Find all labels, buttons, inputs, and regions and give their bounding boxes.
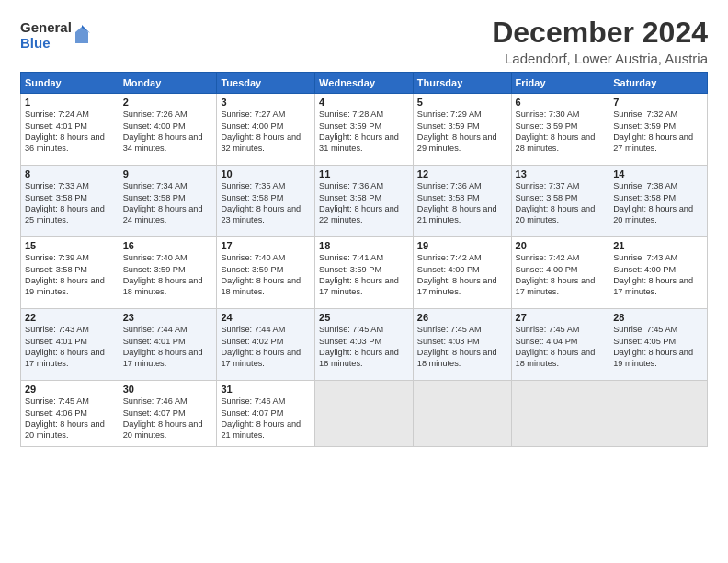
day-info: Sunrise: 7:40 AMSunset: 3:59 PMDaylight:… bbox=[123, 252, 213, 298]
header-monday: Monday bbox=[119, 73, 217, 94]
title-area: December 2024 Ladendorf, Lower Austria, … bbox=[492, 17, 708, 66]
day-number: 13 bbox=[516, 168, 606, 179]
location-title: Ladendorf, Lower Austria, Austria bbox=[492, 51, 708, 66]
logo: General Blue bbox=[20, 20, 90, 51]
calendar-cell bbox=[609, 381, 708, 447]
day-info: Sunrise: 7:46 AMSunset: 4:07 PMDaylight:… bbox=[123, 396, 213, 442]
day-number: 11 bbox=[319, 168, 409, 179]
calendar-cell: 6Sunrise: 7:30 AMSunset: 3:59 PMDaylight… bbox=[511, 94, 609, 166]
calendar-cell: 31Sunrise: 7:46 AMSunset: 4:07 PMDayligh… bbox=[217, 381, 315, 447]
day-info: Sunrise: 7:27 AMSunset: 4:00 PMDaylight:… bbox=[221, 109, 311, 155]
day-number: 31 bbox=[221, 384, 311, 395]
calendar-cell: 16Sunrise: 7:40 AMSunset: 3:59 PMDayligh… bbox=[119, 237, 217, 309]
day-number: 5 bbox=[417, 97, 507, 108]
calendar-cell bbox=[511, 381, 609, 447]
day-number: 19 bbox=[417, 240, 507, 251]
calendar-cell: 24Sunrise: 7:44 AMSunset: 4:02 PMDayligh… bbox=[217, 309, 315, 381]
day-number: 30 bbox=[123, 384, 213, 395]
calendar-cell: 8Sunrise: 7:33 AMSunset: 3:58 PMDaylight… bbox=[21, 166, 119, 237]
day-info: Sunrise: 7:43 AMSunset: 4:01 PMDaylight:… bbox=[25, 324, 115, 370]
header-sunday: Sunday bbox=[21, 73, 119, 94]
calendar-cell: 11Sunrise: 7:36 AMSunset: 3:58 PMDayligh… bbox=[315, 166, 414, 237]
calendar-cell bbox=[413, 381, 511, 447]
day-number: 7 bbox=[613, 97, 703, 108]
day-info: Sunrise: 7:45 AMSunset: 4:05 PMDaylight:… bbox=[613, 324, 703, 370]
calendar-cell: 5Sunrise: 7:29 AMSunset: 3:59 PMDaylight… bbox=[413, 94, 511, 166]
day-info: Sunrise: 7:44 AMSunset: 4:02 PMDaylight:… bbox=[221, 324, 311, 370]
calendar-cell: 18Sunrise: 7:41 AMSunset: 3:59 PMDayligh… bbox=[315, 237, 414, 309]
day-number: 12 bbox=[417, 168, 507, 179]
header: General Blue December 2024 Ladendorf, Lo… bbox=[20, 17, 708, 66]
day-info: Sunrise: 7:28 AMSunset: 3:59 PMDaylight:… bbox=[319, 109, 409, 155]
calendar-cell: 21Sunrise: 7:43 AMSunset: 4:00 PMDayligh… bbox=[609, 237, 708, 309]
day-info: Sunrise: 7:45 AMSunset: 4:03 PMDaylight:… bbox=[319, 324, 409, 370]
calendar-cell: 15Sunrise: 7:39 AMSunset: 3:58 PMDayligh… bbox=[21, 237, 119, 309]
day-number: 26 bbox=[417, 312, 507, 323]
day-info: Sunrise: 7:38 AMSunset: 3:58 PMDaylight:… bbox=[613, 180, 703, 226]
day-info: Sunrise: 7:45 AMSunset: 4:04 PMDaylight:… bbox=[516, 324, 606, 370]
calendar-cell: 26Sunrise: 7:45 AMSunset: 4:03 PMDayligh… bbox=[413, 309, 511, 381]
day-info: Sunrise: 7:29 AMSunset: 3:59 PMDaylight:… bbox=[417, 109, 507, 155]
calendar-cell: 17Sunrise: 7:40 AMSunset: 3:59 PMDayligh… bbox=[217, 237, 315, 309]
day-info: Sunrise: 7:32 AMSunset: 3:59 PMDaylight:… bbox=[613, 109, 703, 155]
day-info: Sunrise: 7:40 AMSunset: 3:59 PMDaylight:… bbox=[221, 252, 311, 298]
calendar-cell: 9Sunrise: 7:34 AMSunset: 3:58 PMDaylight… bbox=[119, 166, 217, 237]
day-number: 6 bbox=[516, 97, 606, 108]
calendar-cell: 22Sunrise: 7:43 AMSunset: 4:01 PMDayligh… bbox=[21, 309, 119, 381]
calendar-week-1: 1Sunrise: 7:24 AMSunset: 4:01 PMDaylight… bbox=[21, 94, 708, 166]
logo-blue: Blue bbox=[20, 36, 72, 52]
day-number: 8 bbox=[25, 168, 115, 179]
day-number: 22 bbox=[25, 312, 115, 323]
day-info: Sunrise: 7:34 AMSunset: 3:58 PMDaylight:… bbox=[123, 180, 213, 226]
day-info: Sunrise: 7:46 AMSunset: 4:07 PMDaylight:… bbox=[221, 396, 311, 442]
day-number: 15 bbox=[25, 240, 115, 251]
logo-icon bbox=[74, 25, 90, 45]
day-info: Sunrise: 7:45 AMSunset: 4:06 PMDaylight:… bbox=[25, 396, 115, 442]
day-info: Sunrise: 7:37 AMSunset: 3:58 PMDaylight:… bbox=[516, 180, 606, 226]
calendar-cell: 4Sunrise: 7:28 AMSunset: 3:59 PMDaylight… bbox=[315, 94, 414, 166]
header-saturday: Saturday bbox=[609, 73, 708, 94]
day-number: 2 bbox=[123, 97, 213, 108]
header-wednesday: Wednesday bbox=[315, 73, 414, 94]
calendar-cell: 29Sunrise: 7:45 AMSunset: 4:06 PMDayligh… bbox=[21, 381, 119, 447]
header-tuesday: Tuesday bbox=[217, 73, 315, 94]
day-number: 1 bbox=[25, 97, 115, 108]
day-number: 27 bbox=[516, 312, 606, 323]
day-number: 10 bbox=[221, 168, 311, 179]
page: General Blue December 2024 Ladendorf, Lo… bbox=[0, 0, 728, 563]
calendar-table: SundayMondayTuesdayWednesdayThursdayFrid… bbox=[20, 72, 708, 447]
day-info: Sunrise: 7:26 AMSunset: 4:00 PMDaylight:… bbox=[123, 109, 213, 155]
day-info: Sunrise: 7:36 AMSunset: 3:58 PMDaylight:… bbox=[319, 180, 409, 226]
day-info: Sunrise: 7:33 AMSunset: 3:58 PMDaylight:… bbox=[25, 180, 115, 226]
header-friday: Friday bbox=[511, 73, 609, 94]
day-number: 9 bbox=[123, 168, 213, 179]
calendar-cell: 23Sunrise: 7:44 AMSunset: 4:01 PMDayligh… bbox=[119, 309, 217, 381]
day-number: 18 bbox=[319, 240, 409, 251]
day-number: 16 bbox=[123, 240, 213, 251]
day-number: 21 bbox=[613, 240, 703, 251]
day-number: 28 bbox=[613, 312, 703, 323]
day-info: Sunrise: 7:44 AMSunset: 4:01 PMDaylight:… bbox=[123, 324, 213, 370]
day-info: Sunrise: 7:35 AMSunset: 3:58 PMDaylight:… bbox=[221, 180, 311, 226]
calendar-week-4: 22Sunrise: 7:43 AMSunset: 4:01 PMDayligh… bbox=[21, 309, 708, 381]
calendar-cell: 30Sunrise: 7:46 AMSunset: 4:07 PMDayligh… bbox=[119, 381, 217, 447]
day-info: Sunrise: 7:30 AMSunset: 3:59 PMDaylight:… bbox=[516, 109, 606, 155]
day-number: 29 bbox=[25, 384, 115, 395]
day-info: Sunrise: 7:42 AMSunset: 4:00 PMDaylight:… bbox=[417, 252, 507, 298]
calendar-cell: 1Sunrise: 7:24 AMSunset: 4:01 PMDaylight… bbox=[21, 94, 119, 166]
header-thursday: Thursday bbox=[413, 73, 511, 94]
calendar-header-row: SundayMondayTuesdayWednesdayThursdayFrid… bbox=[21, 73, 708, 94]
calendar-cell: 27Sunrise: 7:45 AMSunset: 4:04 PMDayligh… bbox=[511, 309, 609, 381]
day-number: 20 bbox=[516, 240, 606, 251]
day-number: 25 bbox=[319, 312, 409, 323]
calendar-cell bbox=[315, 381, 414, 447]
calendar-cell: 10Sunrise: 7:35 AMSunset: 3:58 PMDayligh… bbox=[217, 166, 315, 237]
calendar-cell: 20Sunrise: 7:42 AMSunset: 4:00 PMDayligh… bbox=[511, 237, 609, 309]
calendar-cell: 13Sunrise: 7:37 AMSunset: 3:58 PMDayligh… bbox=[511, 166, 609, 237]
day-number: 14 bbox=[613, 168, 703, 179]
calendar-cell: 25Sunrise: 7:45 AMSunset: 4:03 PMDayligh… bbox=[315, 309, 414, 381]
day-number: 17 bbox=[221, 240, 311, 251]
calendar-cell: 19Sunrise: 7:42 AMSunset: 4:00 PMDayligh… bbox=[413, 237, 511, 309]
day-number: 23 bbox=[123, 312, 213, 323]
day-info: Sunrise: 7:24 AMSunset: 4:01 PMDaylight:… bbox=[25, 109, 115, 155]
